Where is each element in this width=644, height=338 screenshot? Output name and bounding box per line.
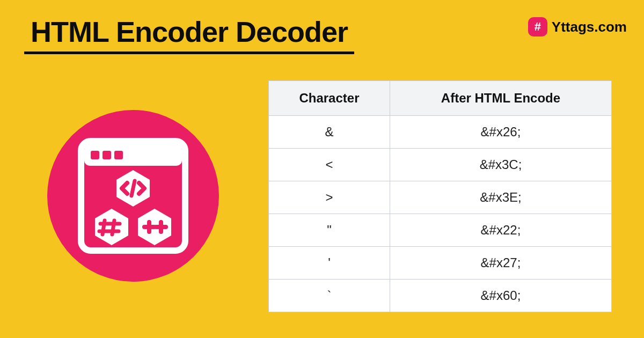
- brand-logo: # Yttags.com: [528, 17, 627, 36]
- column-header-character: Character: [269, 81, 390, 116]
- table-row: & &#x26;: [269, 116, 612, 149]
- table-row: > &#x3E;: [269, 181, 612, 214]
- cell-encoded: &#x22;: [390, 214, 611, 247]
- cell-encoded: &#x3E;: [390, 181, 611, 214]
- brand-text: Yttags.com: [552, 19, 627, 35]
- code-window-icon: [77, 137, 189, 255]
- hashtag-icon: #: [528, 17, 547, 36]
- svg-rect-3: [103, 151, 111, 159]
- cell-character: &: [269, 116, 390, 149]
- svg-rect-2: [91, 151, 99, 159]
- table-row: < &#x3C;: [269, 149, 612, 181]
- cell-character: `: [269, 280, 390, 312]
- encoder-icon: [47, 110, 219, 282]
- cell-character: ': [269, 247, 390, 280]
- cell-encoded: &#x26;: [390, 116, 611, 149]
- page-title: HTML Encoder Decoder: [24, 15, 354, 54]
- table-header-row: Character After HTML Encode: [269, 81, 612, 116]
- table-row: ` &#x60;: [269, 280, 612, 312]
- table-row: ' &#x27;: [269, 247, 612, 280]
- column-header-encoded: After HTML Encode: [390, 81, 611, 116]
- cell-character: ": [269, 214, 390, 247]
- cell-encoded: &#x27;: [390, 247, 611, 280]
- svg-rect-4: [114, 151, 123, 159]
- table-row: " &#x22;: [269, 214, 612, 247]
- cell-encoded: &#x3C;: [390, 149, 611, 181]
- cell-encoded: &#x60;: [390, 280, 611, 312]
- cell-character: <: [269, 149, 390, 181]
- encode-table: Character After HTML Encode & &#x26; < &…: [268, 80, 612, 312]
- cell-character: >: [269, 181, 390, 214]
